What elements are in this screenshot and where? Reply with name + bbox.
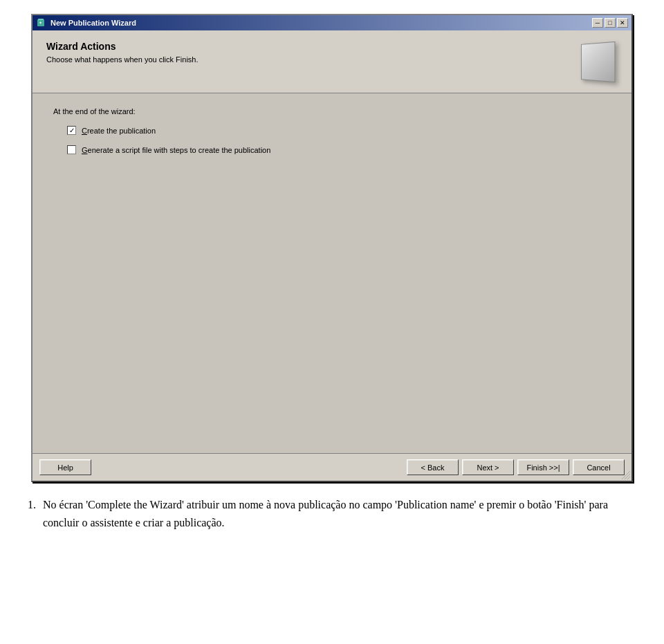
header-text: Wizard Actions Choose what happens when … <box>46 41 576 64</box>
title-bar-controls: ─ □ ✕ <box>592 18 628 28</box>
option2-label[interactable]: Generate a script file with steps to cre… <box>82 146 270 154</box>
svg-text:✦: ✦ <box>39 21 42 25</box>
next-button[interactable]: Next > <box>462 459 514 475</box>
svg-rect-1 <box>38 19 44 20</box>
header-icon-area <box>576 41 618 82</box>
description-number: 1. <box>28 496 36 531</box>
finish-button[interactable]: Finish >>| <box>517 459 569 475</box>
option1-label[interactable]: Create the publication <box>82 127 156 135</box>
option2-label-rest: enerate a script file with steps to crea… <box>88 146 271 154</box>
footer-left: Help <box>39 459 91 475</box>
option2-row: Generate a script file with steps to cre… <box>67 145 611 154</box>
dialog-content: Wizard Actions Choose what happens when … <box>33 30 631 481</box>
svg-line-5 <box>627 477 630 479</box>
option1-checkbox[interactable] <box>67 126 76 135</box>
option1-underline-char: C <box>82 127 87 135</box>
resize-grip[interactable] <box>622 471 630 479</box>
option2-checkbox[interactable] <box>67 145 76 154</box>
dialog-footer: Help < Back Next > Finish >>| Cancel <box>33 453 631 481</box>
option2-underline-char: G <box>82 146 88 154</box>
description-text: No écran 'Complete the Wizard' atribuir … <box>43 496 636 531</box>
option1-row: Create the publication <box>67 126 611 135</box>
title-bar-left: ✦ New Publication Wizard <box>36 17 136 28</box>
publication-icon <box>581 41 615 82</box>
back-button[interactable]: < Back <box>407 459 459 475</box>
option1-label-rest: reate the publication <box>87 127 156 135</box>
maximize-button[interactable]: □ <box>605 18 616 28</box>
header-subtitle: Choose what happens when you click Finis… <box>46 55 576 64</box>
title-bar: ✦ New Publication Wizard ─ □ ✕ <box>33 15 631 30</box>
dialog-header: Wizard Actions Choose what happens when … <box>33 30 631 93</box>
help-button[interactable]: Help <box>39 459 91 475</box>
header-title: Wizard Actions <box>46 41 576 52</box>
dialog-main: At the end of the wizard: Create the pub… <box>33 93 631 453</box>
dialog-window: ✦ New Publication Wizard ─ □ ✕ Wizard Ac… <box>31 14 633 482</box>
footer-right: < Back Next > Finish >>| Cancel <box>407 459 625 475</box>
minimize-button[interactable]: ─ <box>592 18 603 28</box>
wizard-icon: ✦ <box>36 17 47 28</box>
cancel-button[interactable]: Cancel <box>573 459 625 475</box>
svg-line-4 <box>625 474 630 479</box>
description-section: 1. No écran 'Complete the Wizard' atribu… <box>0 482 664 545</box>
description-row: 1. No écran 'Complete the Wizard' atribu… <box>28 496 636 531</box>
close-button[interactable]: ✕ <box>617 18 628 28</box>
section-label: At the end of the wizard: <box>53 107 611 116</box>
footer-wrapper: Help < Back Next > Finish >>| Cancel <box>33 453 631 481</box>
window-title: New Publication Wizard <box>50 19 136 27</box>
